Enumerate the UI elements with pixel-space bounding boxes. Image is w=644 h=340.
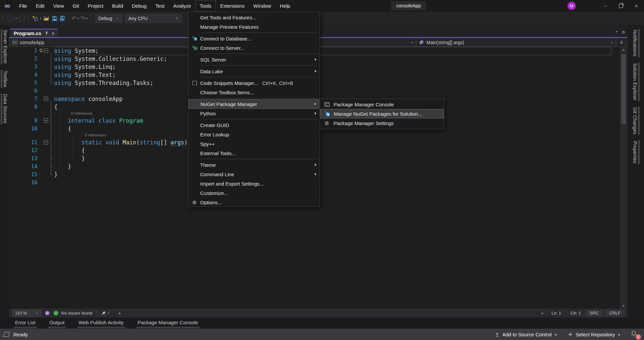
navigate-forward-button[interactable]: → (18, 14, 26, 23)
menubar-item-git[interactable]: Git (68, 0, 83, 12)
menubar-item-analyze[interactable]: Analyze (169, 0, 195, 12)
editor-options-icon[interactable]: ⚙ (621, 30, 625, 35)
menu-item-manage-preview-features[interactable]: Manage Preview Features (189, 22, 319, 31)
scrollbar-thumb[interactable] (621, 54, 626, 124)
bottom-panel-tab-web-publish-activity[interactable]: Web Publish Activity (76, 318, 126, 329)
tool-window-tab-toolbox[interactable]: Toolbox (1, 70, 8, 88)
menubar-item-file[interactable]: File (15, 0, 31, 12)
document-tab-programcs[interactable]: Program.cs × (10, 29, 58, 37)
menu-item-get-tools-and-features[interactable]: Get Tools and Features... (189, 13, 319, 22)
menu-item-python[interactable]: Python (189, 109, 319, 118)
menu-item-create-guid[interactable]: Create GUID (189, 120, 319, 130)
menu-item-connect-to-server[interactable]: Connect to Server... (189, 43, 319, 52)
lightbulb-icon[interactable] (38, 48, 43, 53)
menu-item-sql-server[interactable]: SQL Server (189, 55, 319, 64)
undo-button[interactable]: ↶ (72, 15, 77, 22)
tool-window-tab-git-changes[interactable]: Git Changes (632, 107, 640, 135)
menu-item-label: Package Manager Console (334, 102, 394, 107)
new-project-button[interactable] (31, 14, 39, 23)
line-ending-indicator[interactable]: CRLF (605, 310, 625, 317)
save-button[interactable] (51, 14, 58, 23)
code-cleanup-icon[interactable] (101, 311, 107, 316)
vertical-scrollbar[interactable]: ▲ ▼ (620, 47, 627, 309)
menu-item-theme[interactable]: Theme (189, 160, 319, 169)
gear-icon: ⚙ (320, 121, 334, 126)
tool-window-tab-server-explorer[interactable]: Server Explorer (1, 29, 8, 65)
collapse-region-icon[interactable] (44, 140, 48, 144)
menu-item-import-and-export-settings[interactable]: Import and Export Settings... (189, 179, 319, 188)
menu-item-code-snippets-manager[interactable]: Code Snippets Manager...Ctrl+K, Ctrl+B (189, 78, 319, 88)
menu-item-command-line[interactable]: Command Line (189, 169, 319, 179)
menu-item-choose-toolbox-items[interactable]: Choose Toolbox Items... (189, 88, 319, 97)
scroll-left-icon[interactable]: ◄ (115, 311, 124, 315)
close-icon[interactable]: × (52, 31, 55, 36)
menu-item-label: External Tools... (200, 150, 236, 156)
menubar-item-build[interactable]: Build (108, 0, 127, 12)
horizontal-scrollbar[interactable] (124, 309, 538, 318)
member-dropdown[interactable]: Main(string[] args) ▾ (416, 38, 616, 47)
menu-item-customize[interactable]: Customize... (189, 188, 319, 198)
solution-platform-dropdown[interactable]: Any CPU ▾ (125, 14, 182, 23)
tool-window-tab-properties[interactable]: Properties (632, 140, 640, 164)
menubar-item-extensions[interactable]: Extensions (216, 0, 249, 12)
close-button[interactable]: × (629, 0, 644, 12)
menu-item-manage-nuget-packages-for-solution[interactable]: Manage NuGet Packages for Solution... (320, 109, 444, 118)
submenu-arrow-icon (315, 112, 316, 115)
menubar-item-debug[interactable]: Debug (128, 0, 151, 12)
minimize-button[interactable]: − (598, 0, 613, 12)
menubar-item-tools[interactable]: Tools (196, 0, 216, 12)
collapse-region-icon[interactable] (44, 97, 48, 101)
new-project-dropdown[interactable]: ▾ (39, 17, 43, 20)
bottom-panel-tab-output[interactable]: Output (47, 318, 67, 329)
undo-dropdown[interactable]: ▾ (77, 17, 80, 20)
scroll-up-icon[interactable]: ▲ (620, 48, 627, 51)
menu-item-data-lake[interactable]: Data Lake (189, 67, 319, 76)
navigate-back-dropdown[interactable]: ▾ (14, 17, 18, 20)
menu-item-external-tools[interactable]: External Tools... (189, 148, 319, 158)
menubar-item-view[interactable]: View (49, 0, 68, 12)
redo-dropdown[interactable]: ▾ (85, 17, 89, 20)
bottom-panel-tab-package-manager-console[interactable]: Package Manager Console (135, 318, 201, 329)
intellicode-icon[interactable] (44, 310, 50, 316)
zoom-dropdown[interactable]: 110 % ▾ (12, 310, 41, 317)
account-avatar[interactable]: M (567, 2, 576, 10)
save-all-button[interactable] (59, 14, 66, 23)
scroll-right-icon[interactable]: ► (538, 311, 547, 315)
collapse-region-icon[interactable] (44, 48, 48, 53)
redo-button[interactable]: ↷ (80, 15, 85, 22)
add-to-source-control-button[interactable]: Add to Source Control ▲ (495, 332, 557, 337)
menubar-item-edit[interactable]: Edit (31, 0, 49, 12)
active-files-dropdown-icon[interactable]: ▾ (616, 30, 617, 35)
collapse-region-icon[interactable] (44, 118, 48, 123)
menu-item-package-manager-console[interactable]: Package Manager Console (320, 100, 444, 109)
toolbar-grip[interactable] (2, 15, 4, 22)
menu-item-nuget-package-manager[interactable]: NuGet Package Manager (189, 99, 319, 109)
menu-item-spy[interactable]: Spy++ (189, 139, 319, 148)
split-editor-button[interactable] (616, 38, 627, 47)
menu-item-options[interactable]: ⚙Options... (189, 198, 319, 207)
menubar-item-project[interactable]: Project (83, 0, 108, 12)
menubar-item-window[interactable]: Window (249, 0, 275, 12)
menu-item-package-manager-settings[interactable]: ⚙Package Manager Settings (320, 118, 444, 128)
outlining-margin (37, 103, 54, 111)
menu-item-connect-to-database[interactable]: Connect to Database... (189, 34, 319, 43)
pin-icon[interactable] (44, 31, 49, 35)
tool-window-tab-solution-explorer[interactable]: Solution Explorer (632, 63, 640, 101)
select-repository-button[interactable]: Select Repository ▲ (567, 332, 621, 337)
notifications-button[interactable]: 1 (631, 330, 639, 338)
solution-configuration-dropdown[interactable]: Debug ▾ (95, 14, 122, 23)
code-cleanup-dropdown[interactable]: ▾ (107, 312, 110, 315)
open-file-button[interactable] (43, 14, 50, 23)
spaces-indicator[interactable]: SPC (586, 310, 603, 317)
bottom-panel-tab-error-list[interactable]: Error List (12, 318, 38, 329)
menu-item-error-lookup[interactable]: Error Lookup (189, 130, 319, 139)
scroll-down-icon[interactable]: ▼ (620, 304, 627, 308)
document-health-indicator[interactable]: ✓ No issues found (53, 311, 92, 316)
tool-window-tab-notifications[interactable]: Notifications (632, 29, 640, 57)
maximize-button[interactable] (613, 0, 629, 12)
navigate-back-button[interactable]: ← (7, 14, 14, 23)
menu-item-label: SQL Server (200, 57, 226, 63)
menubar-item-help[interactable]: Help (275, 0, 294, 12)
menubar-item-test[interactable]: Test (151, 0, 169, 12)
tool-window-tab-data-sources[interactable]: Data Sources (1, 93, 8, 124)
